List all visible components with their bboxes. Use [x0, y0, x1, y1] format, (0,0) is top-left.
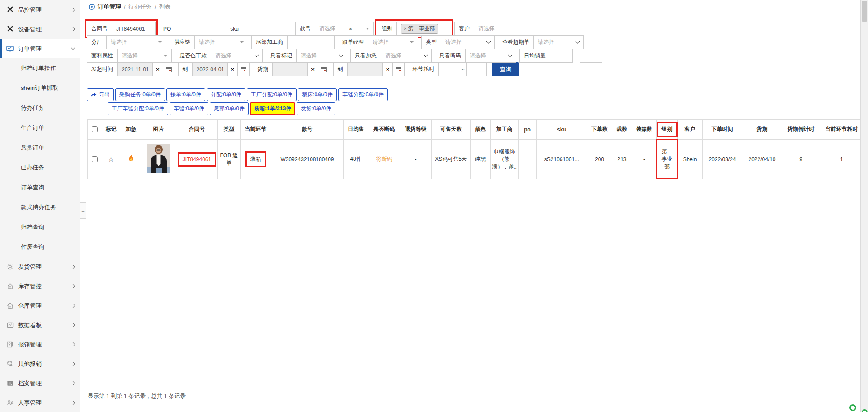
sidebar-collapse-handle[interactable]: ≡ [80, 202, 86, 219]
task-count-sewing[interactable]: 车缝:0单/0件 [170, 102, 208, 115]
task-count-accept[interactable]: 接单:0单/0件 [166, 88, 205, 101]
table-row: ☆ JIT8494061 FOB 返单 装箱 W30924321081804 [88, 140, 868, 179]
task-count-purchase[interactable]: 采购任务:0单/0件 [115, 88, 165, 101]
task-count-assign[interactable]: 分配:0单/0件 [207, 88, 245, 101]
fabric-attr-select[interactable]: 请选择 [118, 49, 172, 63]
stage-duration-from-input[interactable] [439, 62, 459, 76]
calendar-button[interactable] [163, 62, 175, 76]
task-count-ship[interactable]: 发货:0单/0件 [297, 102, 335, 115]
group-select[interactable]: ×第二事业部 [397, 22, 451, 36]
task-count-sewing-assign[interactable]: 车缝分配:0单/0件 [338, 88, 388, 101]
breadcrumb-section[interactable]: 待办任务 [128, 3, 152, 11]
breadcrumb-root[interactable]: 订单管理 [98, 3, 121, 11]
calendar-button[interactable] [318, 62, 330, 76]
merchandiser-select[interactable]: 请选择 [368, 35, 418, 49]
task-count-packing-highlighted[interactable]: 装箱:1单/213件 [250, 102, 295, 115]
branch-factory-select[interactable]: 请选择 [107, 35, 166, 49]
marked-only-select[interactable]: 请选择 [297, 49, 347, 63]
daily-sales-from-input[interactable] [550, 49, 573, 63]
submenu-item-shein-fetch[interactable]: shein订单抓取 [0, 78, 80, 98]
task-count-factory-assign[interactable]: 工厂分配:0单/0件 [247, 88, 297, 101]
chevron-down-icon [255, 53, 259, 57]
supply-chain-select[interactable]: 请选择 [195, 35, 248, 49]
col-type: 类型 [218, 120, 241, 140]
filter-label: 面料属性 [87, 49, 118, 63]
broken-size-only-select[interactable]: 请选择 [466, 49, 516, 63]
sidebar-item-quality[interactable]: 品控管理 [0, 0, 80, 19]
clear-date-button[interactable]: × [383, 62, 393, 76]
start-time-input[interactable]: 2021-11-01 [118, 62, 153, 76]
color-cell: 纯黑 [471, 140, 491, 179]
sidebar-item-reimbursement[interactable]: 报销管理 [0, 335, 80, 354]
clear-icon[interactable]: × [349, 26, 352, 32]
caret-down-icon [366, 28, 369, 30]
sidebar-item-archives[interactable]: 档案管理 [0, 374, 80, 393]
export-button[interactable]: 导出 [87, 88, 114, 101]
daily-sales-to-input[interactable] [580, 49, 602, 63]
po-input[interactable] [175, 22, 222, 36]
submenu-item-bounty-orders[interactable]: 悬赏订单 [0, 138, 80, 158]
satin-select[interactable]: 请选择 [211, 49, 263, 63]
caret-down-icon [240, 41, 244, 43]
col-customer: 客户 [678, 120, 703, 140]
stage-hours-cell: 1 [820, 140, 863, 179]
col-order-qty: 下单数 [587, 120, 612, 140]
orders-table: 标记 加急 图片 合同号 类型 当前环节 款号 日均售 是否断码 退货等级 可售… [87, 119, 868, 179]
submenu-item-archive-query[interactable]: 归档查询 [0, 217, 80, 237]
sidebar-item-equipment[interactable]: 设备管理 [0, 19, 80, 39]
sidebar-item-hr[interactable]: 人事管理 [0, 393, 80, 412]
submenu-item-void-query[interactable]: 作废查询 [0, 237, 80, 257]
submenu-item-style-todo[interactable]: 款式待办任务 [0, 197, 80, 217]
type-select[interactable]: 请选择 [441, 35, 495, 49]
row-checkbox[interactable] [92, 156, 98, 162]
style-no-select[interactable]: 请选择 × [315, 22, 374, 36]
submenu-item-archive-ops[interactable]: 归档订单操作 [0, 58, 80, 78]
contract-no-input[interactable]: JIT8494061 [112, 22, 156, 36]
floating-widget-icon-corner[interactable] [862, 409, 868, 412]
task-count-factory-sewing-assign[interactable]: 工厂车缝分配:0单/0件 [108, 102, 168, 115]
clear-date-button[interactable]: × [308, 62, 318, 76]
delivery-date-to-input[interactable] [348, 62, 383, 76]
filter-supply-chain: 供应链 请选择 [170, 35, 248, 49]
sidebar-item-shipping[interactable]: 发货管理 [0, 257, 80, 276]
stage-duration-to-input[interactable] [466, 62, 487, 76]
calendar-button[interactable] [238, 62, 250, 76]
task-count-tail[interactable]: 尾部:0单/0件 [210, 102, 249, 115]
urgent-only-select[interactable]: 请选择 [381, 49, 432, 63]
sidebar-item-dashboard[interactable]: 数据看板 [0, 315, 80, 335]
submenu-item-order-query[interactable]: 订单查询 [0, 178, 80, 197]
select-all-checkbox[interactable] [92, 126, 98, 132]
scrollbar-thumb[interactable] [862, 1, 867, 22]
filter-label: 货期 [253, 62, 273, 76]
calendar-button[interactable] [393, 62, 405, 76]
submenu-item-production-orders[interactable]: 生产订单 [0, 118, 80, 138]
sidebar-item-other-reimbursement[interactable]: 其他报销 [0, 354, 80, 374]
sidebar-item-inventory[interactable]: 库存管控 [0, 276, 80, 296]
sku-input[interactable] [243, 22, 292, 36]
contract-no-link[interactable]: JIT8494061 [180, 154, 214, 164]
overdue-select[interactable]: 请选择 [534, 35, 584, 49]
tail-processor-input[interactable] [288, 35, 335, 49]
filter-label: 发起时间 [87, 62, 118, 76]
start-time-to-input[interactable]: 2022-04-01 [193, 62, 228, 76]
clear-date-button[interactable]: × [153, 62, 163, 76]
floating-widget-icon[interactable] [849, 404, 856, 411]
customer-select[interactable]: 请选择 [474, 22, 521, 36]
col-urgent: 加急 [121, 120, 141, 140]
delivery-date-cell: 2022/04/10 [742, 140, 782, 179]
star-icon[interactable]: ☆ [108, 156, 114, 163]
order-qty-cell: 200 [587, 140, 612, 179]
sidebar-item-warehouse[interactable]: 仓库管理 [0, 296, 80, 315]
search-button[interactable]: 查询 [492, 62, 519, 76]
task-count-cutting[interactable]: 裁床:0单/0件 [298, 88, 337, 101]
sidebar-item-orders[interactable]: 订单管理 [0, 39, 80, 58]
submenu-item-done-tasks[interactable]: 已办任务 [0, 158, 80, 178]
product-photo[interactable] [147, 144, 170, 173]
delivery-date-input[interactable] [273, 62, 308, 76]
tag-remove-icon[interactable]: × [404, 26, 406, 31]
clear-date-button[interactable]: × [228, 62, 238, 76]
range-separator: ~ [461, 66, 464, 73]
submenu-item-todo-tasks[interactable]: 待办任务 [0, 98, 80, 118]
chevron-down-icon [508, 53, 513, 57]
vertical-scrollbar[interactable] [860, 0, 868, 412]
